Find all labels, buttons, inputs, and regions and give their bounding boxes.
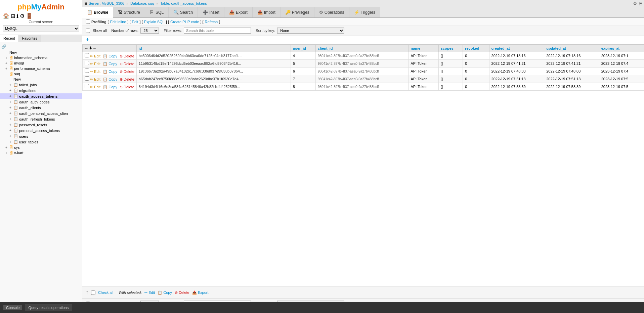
th-revoked[interactable]: revoked bbox=[463, 45, 489, 52]
sidebar-item-password-resets[interactable]: + 📋 password_resets bbox=[0, 122, 82, 128]
tab-insert[interactable]: ➕ Insert bbox=[198, 7, 224, 17]
sidebar-item-personal-access-tokens[interactable]: + 📋 personal_access_tokens bbox=[0, 128, 82, 133]
edit-btn[interactable]: ✏ Edit bbox=[90, 62, 100, 66]
edit-btn[interactable]: ✏ Edit bbox=[90, 70, 100, 74]
sidebar-item-new-root[interactable]: New bbox=[0, 50, 82, 55]
tab-import[interactable]: 📥 Import bbox=[253, 7, 281, 17]
bottom-export-btn[interactable]: 📤 Export bbox=[192, 290, 209, 295]
breadcrumb-server[interactable]: Server: MySQL_3306 bbox=[89, 1, 124, 5]
sidebar-item-user-tables[interactable]: + 📋 user_tables bbox=[0, 139, 82, 145]
console-results-tab[interactable]: Query results operations bbox=[25, 304, 72, 311]
delete-bottom-icon: ⊖ bbox=[175, 290, 178, 295]
sidebar-item-oauth-auth-codes[interactable]: + 📋 oauth_auth_codes bbox=[0, 99, 82, 105]
tab-sql[interactable]: 🗄 SQL bbox=[145, 7, 169, 17]
sidebar-item-information-schema[interactable]: + 🗄 information_schema bbox=[0, 55, 82, 60]
th-scopes[interactable]: scopes bbox=[438, 45, 463, 52]
tab-structure[interactable]: 🏗 Structure bbox=[113, 7, 145, 17]
minimize-top-icon[interactable]: ⊟ bbox=[639, 1, 643, 6]
exit-icon[interactable]: 🚪 bbox=[26, 13, 33, 19]
filter-input[interactable] bbox=[184, 28, 251, 34]
edit-inline-link[interactable]: Edit inline bbox=[110, 20, 126, 24]
refresh-link[interactable]: Refresh bbox=[205, 20, 218, 24]
table-row: ✏ Edit 📋 Copy ⊖ Delete bc3006d64d2d52025… bbox=[83, 52, 644, 60]
sidebar-item-performance-schema[interactable]: + 🗄 performance_schema bbox=[0, 66, 82, 71]
th-updated-at[interactable]: updated_at bbox=[544, 45, 599, 52]
edit-btn[interactable]: ✏ Edit bbox=[90, 77, 100, 81]
copy-btn[interactable]: 📋 Copy bbox=[103, 85, 117, 89]
th-client-id[interactable]: client_id bbox=[315, 45, 409, 52]
sidebar-item-mysql[interactable]: + 🗄 mysql bbox=[0, 60, 82, 66]
delete-btn[interactable]: ⊖ Delete bbox=[120, 54, 134, 58]
arrow-right-icon[interactable]: → bbox=[93, 46, 96, 50]
settings-icon[interactable]: ⚙ bbox=[20, 13, 25, 19]
edit-btn[interactable]: ✏ Edit bbox=[90, 54, 100, 58]
num-rows-select[interactable]: 25 50 100 bbox=[140, 28, 159, 34]
th-name[interactable]: name bbox=[409, 45, 438, 52]
sidebar-item-oauth-access-tokens[interactable]: + 📋 oauth_access_tokens bbox=[0, 93, 82, 99]
profiling-checkbox[interactable] bbox=[86, 19, 90, 24]
check-all-bottom-btn[interactable]: Check all bbox=[98, 290, 113, 295]
sidebar-item-new-suq[interactable]: New bbox=[0, 77, 82, 82]
delete-btn[interactable]: ⊖ Delete bbox=[120, 77, 134, 81]
row-checkbox[interactable] bbox=[85, 53, 89, 57]
sidebar-item-failed-jobs[interactable]: + 📋 failed_jobs bbox=[0, 82, 82, 88]
copy-btn[interactable]: 📋 Copy bbox=[103, 54, 117, 58]
sidebar-item-oauth-refresh[interactable]: + 📋 oauth_refresh_tokens bbox=[0, 116, 82, 122]
sidebar-item-sys[interactable]: + 🗄 sys bbox=[0, 145, 82, 150]
delete-btn[interactable]: ⊖ Delete bbox=[120, 70, 134, 74]
copy-bottom-icon: 📋 bbox=[158, 290, 162, 295]
copy-btn[interactable]: 📋 Copy bbox=[103, 62, 117, 66]
grid-icon[interactable]: ⊞ bbox=[11, 13, 15, 19]
bottom-edit-btn[interactable]: ✏ Edit bbox=[144, 290, 155, 295]
edit-link[interactable]: Edit bbox=[132, 20, 138, 24]
cell-client-id: 98041c42-897b-4f37-aea0-9a27b488bcff bbox=[315, 60, 409, 68]
tab-browse[interactable]: 📋 Browse bbox=[82, 7, 113, 18]
bottom-delete-btn[interactable]: ⊖ Delete bbox=[175, 290, 189, 295]
sidebar-tab-favorites[interactable]: Favorites bbox=[19, 35, 41, 42]
th-id[interactable]: id bbox=[136, 45, 291, 52]
check-all-bottom-checkbox[interactable] bbox=[91, 290, 95, 295]
breadcrumb-sep2: » bbox=[156, 1, 158, 5]
sidebar-item-oauth-personal[interactable]: + 📋 oauth_personal_access_clien bbox=[0, 110, 82, 116]
console-button[interactable]: Console bbox=[3, 305, 22, 310]
edit-btn[interactable]: ✏ Edit bbox=[90, 85, 100, 89]
copy-btn[interactable]: 📋 Copy bbox=[103, 77, 117, 81]
show-all-checkbox[interactable] bbox=[86, 29, 90, 33]
row-checkbox[interactable] bbox=[85, 76, 89, 81]
copy-btn[interactable]: 📋 Copy bbox=[103, 70, 117, 74]
tab-triggers[interactable]: ⚡ Triggers bbox=[349, 7, 381, 17]
expand-icon: + bbox=[9, 83, 13, 87]
breadcrumb-database[interactable]: Database: suq bbox=[130, 1, 154, 5]
tab-operations[interactable]: ⚙ Operations bbox=[314, 7, 349, 17]
th-expires-at[interactable]: expires_at bbox=[599, 45, 644, 52]
delete-btn[interactable]: ⊖ Delete bbox=[120, 85, 134, 89]
arrow-left-icon[interactable]: ← bbox=[85, 46, 88, 50]
sort-select[interactable]: None bbox=[277, 28, 344, 34]
settings-top-icon[interactable]: ⚙ bbox=[633, 1, 637, 6]
sidebar-item-vkart[interactable]: + 🗄 v-kart bbox=[0, 150, 82, 155]
add-row-link[interactable]: + bbox=[82, 36, 644, 44]
breadcrumb-table[interactable]: Table: oauth_access_tokens bbox=[160, 1, 207, 5]
sidebar-tab-recent[interactable]: Recent bbox=[0, 35, 19, 42]
bottom-copy-btn[interactable]: 📋 Copy bbox=[158, 290, 172, 295]
server-select[interactable]: MySQL bbox=[3, 25, 79, 32]
row-checkbox[interactable] bbox=[85, 69, 89, 73]
sidebar-item-suq[interactable]: − 🗄 suq bbox=[0, 71, 82, 77]
info-icon[interactable]: ℹ bbox=[16, 13, 18, 19]
tab-privileges[interactable]: 🔑 Privileges bbox=[281, 7, 314, 17]
tab-search[interactable]: 🔍 Search bbox=[169, 7, 198, 17]
sort-icon[interactable]: ⬇ bbox=[89, 46, 92, 50]
row-checkbox[interactable] bbox=[85, 61, 89, 65]
tab-export[interactable]: 📤 Export bbox=[224, 7, 253, 17]
th-created-at[interactable]: created_at bbox=[489, 45, 544, 52]
sidebar-item-oauth-clients[interactable]: + 📋 oauth_clients bbox=[0, 105, 82, 110]
create-php-link[interactable]: Create PHP code bbox=[170, 20, 199, 24]
cell-updated-at: 2022-12-19 07:58:39 bbox=[544, 83, 599, 91]
sidebar-item-users[interactable]: + 📋 users bbox=[0, 133, 82, 139]
sidebar-item-migrations[interactable]: + 📋 migrations bbox=[0, 88, 82, 93]
th-user-id[interactable]: user_id bbox=[291, 45, 315, 52]
row-checkbox[interactable] bbox=[85, 84, 89, 88]
explain-sql-link[interactable]: Explain SQL bbox=[144, 20, 165, 24]
delete-btn[interactable]: ⊖ Delete bbox=[120, 62, 134, 66]
home-icon[interactable]: 🏠 bbox=[3, 13, 9, 19]
